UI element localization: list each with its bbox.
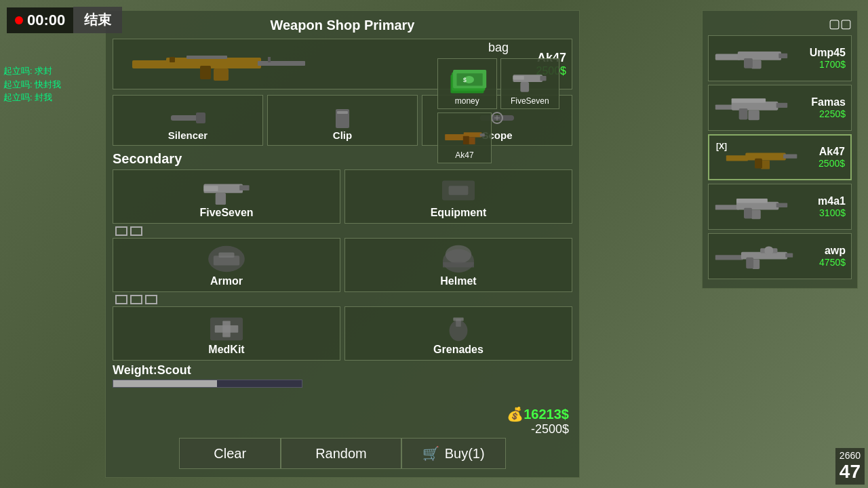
- m4a1-svg: [714, 190, 789, 224]
- hud-topleft: 00:00 结束: [7, 7, 122, 33]
- checkbox-1: [115, 226, 127, 236]
- svg-rect-60: [726, 155, 748, 161]
- checkbox-4: [130, 295, 142, 304]
- checkbox-3: [115, 295, 127, 304]
- end-button[interactable]: 结束: [73, 7, 122, 33]
- svg-rect-24: [218, 252, 234, 258]
- ak47-svg: [132, 45, 309, 83]
- svg-rect-68: [751, 210, 761, 220]
- clear-button[interactable]: Clear: [179, 438, 281, 469]
- svg-rect-9: [196, 113, 205, 123]
- chat-message-2: 起立吗: 快封我: [3, 78, 61, 92]
- armor-item[interactable]: Armor: [113, 238, 340, 292]
- famas-price: 2250$: [819, 108, 846, 119]
- checkbox-2: [130, 226, 142, 236]
- svg-rect-2: [258, 61, 305, 66]
- equipment-svg: [428, 174, 489, 207]
- chat-message-3: 起立吗: 封我: [3, 91, 61, 104]
- money-cost: -2500$: [507, 422, 569, 436]
- svg-rect-53: [744, 58, 753, 68]
- medkit-item[interactable]: MedKit: [113, 306, 340, 361]
- svg-rect-61: [745, 153, 786, 161]
- bag-money[interactable]: $ money: [437, 58, 497, 109]
- cart-icon: 🛒: [422, 445, 439, 462]
- m4a1-price: 3100$: [819, 207, 846, 218]
- right-panel-icon: ▢▢: [829, 16, 852, 31]
- secondary-equipment[interactable]: Equipment: [344, 169, 572, 224]
- shop-item-ump45[interactable]: Ump45 1700$: [708, 35, 852, 81]
- timer-display: 00:00: [27, 12, 65, 29]
- ak47-name: Ak47: [819, 146, 845, 158]
- svg-rect-54: [715, 104, 734, 109]
- awp-info: awp 4750$: [819, 245, 846, 268]
- bag-section: bag $ money FiveSeven: [437, 41, 559, 163]
- svg-rect-19: [203, 186, 218, 191]
- svg-rect-17: [239, 185, 249, 190]
- svg-rect-21: [449, 186, 469, 195]
- svg-rect-18: [216, 193, 226, 205]
- ak47-shop-svg: [725, 140, 800, 174]
- svg-rect-42: [521, 82, 530, 92]
- awp-price: 4750$: [819, 257, 846, 268]
- svg-rect-11: [337, 111, 348, 114]
- bag-ak47-container: Ak47: [437, 113, 559, 163]
- armor-svg: [199, 243, 254, 275]
- primary-weapon-image: [119, 45, 322, 83]
- svg-text:$: $: [462, 77, 466, 83]
- weight-section: Weight:Scout: [113, 363, 572, 388]
- svg-rect-33: [453, 318, 463, 321]
- svg-rect-57: [748, 110, 760, 121]
- svg-rect-27: [443, 262, 474, 268]
- svg-rect-0: [132, 60, 170, 68]
- svg-rect-62: [783, 154, 797, 158]
- bag-ak47-svg: [443, 123, 487, 150]
- clip-label: Clip: [333, 129, 352, 141]
- armor-label: Armor: [210, 275, 243, 287]
- m4a1-info: m4a1 3100$: [818, 195, 846, 218]
- svg-rect-77: [764, 246, 773, 255]
- svg-rect-71: [715, 255, 743, 260]
- svg-rect-1: [166, 58, 261, 68]
- svg-point-26: [446, 245, 471, 264]
- grenades-item[interactable]: Grenades: [344, 306, 572, 361]
- svg-rect-44: [445, 134, 466, 140]
- svg-rect-55: [732, 102, 778, 110]
- attachment-silencer[interactable]: Silencer: [113, 95, 263, 146]
- buy-button[interactable]: 🛒 Buy(1): [401, 438, 506, 469]
- svg-rect-75: [746, 258, 753, 268]
- svg-rect-3: [214, 68, 229, 81]
- weight-bar-fill: [113, 380, 217, 387]
- svg-rect-51: [778, 54, 787, 58]
- ump45-svg: [714, 41, 789, 75]
- famas-name: Famas: [811, 96, 846, 108]
- money-current: 💰16213$: [507, 406, 569, 422]
- shop-item-awp[interactable]: awp 4750$: [708, 233, 852, 279]
- bag-ak47[interactable]: Ak47: [437, 113, 492, 163]
- bag-title: bag: [437, 41, 559, 55]
- weight-label: Weight:Scout: [113, 363, 572, 378]
- svg-rect-43: [513, 76, 524, 79]
- svg-rect-52: [751, 60, 762, 69]
- chat-message-1: 起立吗: 求封: [3, 64, 61, 78]
- svg-rect-64: [755, 159, 762, 169]
- shop-item-ak47[interactable]: [X] Ak47 2500$: [708, 134, 852, 180]
- medkit-label: MedKit: [208, 344, 244, 356]
- silencer-icon: [167, 106, 208, 129]
- svg-rect-49: [715, 54, 741, 60]
- svg-rect-6: [186, 56, 227, 59]
- shop-item-famas[interactable]: Famas 2250$: [708, 85, 852, 131]
- random-button[interactable]: Random: [281, 438, 401, 469]
- helmet-item[interactable]: Helmet: [344, 238, 572, 292]
- shop-item-m4a1[interactable]: m4a1 3100$: [708, 184, 852, 230]
- ump45-price: 1700$: [819, 59, 846, 70]
- grenades-svg: [431, 311, 486, 344]
- fiveseven-label: FiveSeven: [199, 207, 253, 219]
- bag-fiveseven[interactable]: FiveSeven: [500, 58, 560, 109]
- money-info: 💰16213$ -2500$: [507, 406, 569, 436]
- svg-rect-41: [540, 76, 547, 81]
- secondary-fiveseven[interactable]: FiveSeven: [113, 169, 340, 224]
- attachment-clip[interactable]: Clip: [267, 95, 418, 146]
- timer-box: 00:00: [7, 7, 73, 33]
- armor-checkbox-row: [115, 295, 572, 304]
- clip-icon: [322, 106, 363, 129]
